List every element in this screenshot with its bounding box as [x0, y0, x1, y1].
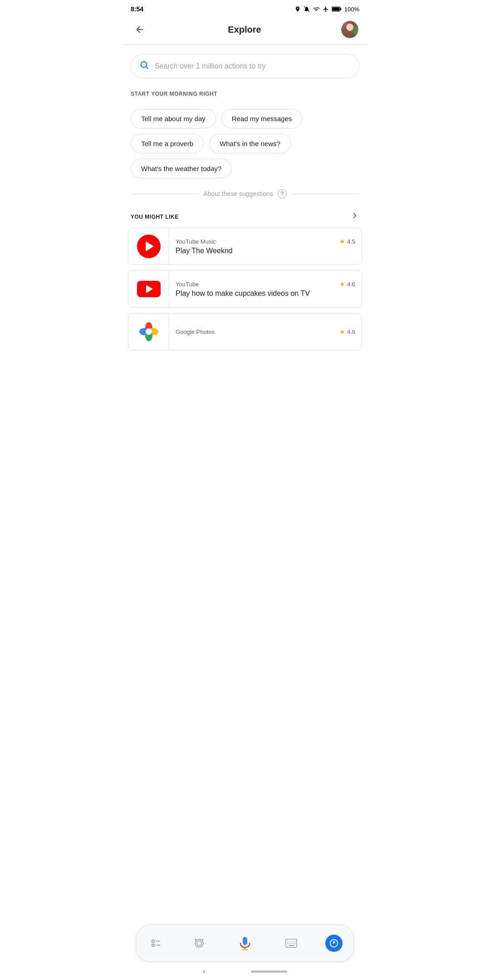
card-google-photos[interactable]: Google Photos ★ 4.6 [128, 313, 362, 350]
star-icon-2: ★ [339, 280, 345, 288]
card-youtube-music-row: YouTube Music ★ 4.5 [176, 238, 355, 245]
youtube-music-rating: ★ 4.5 [339, 238, 355, 245]
card-google-photos-row: Google Photos ★ 4.6 [176, 328, 355, 335]
google-photos-rating-value: 4.6 [347, 328, 355, 335]
google-photos-icon-wrap [128, 314, 169, 350]
back-button[interactable] [132, 21, 148, 38]
card-youtube-music-content: YouTube Music ★ 4.5 Play The Weeknd [169, 232, 362, 260]
youtube-music-action: Play The Weeknd [176, 247, 355, 255]
morning-section: START YOUR MORNING RIGHT [122, 83, 368, 109]
card-youtube[interactable]: YouTube ★ 4.6 Play how to make cupcakes … [128, 270, 362, 308]
star-icon: ★ [339, 238, 345, 245]
youtube-rating-value: 4.6 [347, 281, 355, 288]
status-time: 8:54 [131, 5, 143, 13]
svg-line-7 [146, 67, 148, 69]
youtube-rating: ★ 4.6 [339, 280, 355, 288]
google-photos-rating: ★ 4.6 [339, 328, 355, 335]
google-photos-app-name: Google Photos [176, 328, 215, 335]
star-icon-3: ★ [339, 328, 345, 335]
youtube-music-rating-value: 4.5 [347, 238, 355, 245]
status-icons: 100% [294, 6, 359, 13]
chip-weather[interactable]: What's the weather today? [131, 159, 232, 178]
status-bar: 8:54 100% [122, 0, 368, 16]
help-icon[interactable]: ? [278, 189, 287, 198]
chip-tell-proverb[interactable]: Tell me a proverb [131, 134, 204, 153]
svg-point-5 [344, 32, 355, 38]
search-container: Search over 1 million actions to try [122, 45, 368, 83]
you-might-like-header: YOU MIGHT LIKE [122, 206, 368, 228]
svg-point-4 [346, 24, 353, 31]
divider-right [291, 194, 359, 194]
youtube-music-icon [137, 235, 161, 258]
youtube-icon-wrap [128, 271, 169, 307]
wifi-icon [313, 6, 320, 12]
play-triangle [146, 241, 154, 251]
card-youtube-row: YouTube ★ 4.6 [176, 280, 355, 288]
app-header: Explore [122, 16, 368, 45]
card-youtube-music[interactable]: YouTube Music ★ 4.5 Play The Weeknd [128, 228, 362, 265]
battery-icon [332, 6, 342, 12]
svg-rect-3 [340, 8, 341, 10]
bell-mute-icon [304, 6, 310, 12]
youtube-app-name: YouTube [176, 281, 199, 288]
airplane-icon [323, 6, 329, 12]
battery-percent: 100% [344, 6, 359, 13]
user-avatar[interactable] [341, 21, 358, 38]
google-photos-icon [137, 320, 161, 343]
youtube-icon [137, 281, 161, 297]
search-placeholder: Search over 1 million actions to try [155, 62, 266, 70]
svg-point-12 [146, 328, 152, 335]
divider-left [131, 194, 199, 194]
suggestions-text: About these suggestions [203, 190, 273, 197]
search-icon [139, 60, 149, 72]
search-bar[interactable]: Search over 1 million actions to try [131, 54, 359, 78]
suggestions-footer: About these suggestions ? [131, 189, 359, 198]
chip-read-messages[interactable]: Read my messages [221, 109, 303, 128]
chip-tell-me-about-day[interactable]: Tell me about my day [131, 109, 216, 128]
location-icon [294, 6, 301, 12]
chips-container: Tell me about my day Read my messages Te… [122, 109, 368, 178]
you-might-like-more[interactable] [350, 211, 359, 222]
yt-play-triangle [146, 285, 153, 293]
youtube-action: Play how to make cupcakes videos on TV [176, 289, 355, 298]
youtube-music-app-name: YouTube Music [176, 238, 216, 245]
chip-news[interactable]: What's in the news? [209, 134, 291, 153]
morning-section-title: START YOUR MORNING RIGHT [131, 91, 359, 97]
card-youtube-content: YouTube ★ 4.6 Play how to make cupcakes … [169, 275, 362, 303]
svg-rect-2 [332, 8, 339, 11]
page-title: Explore [228, 24, 261, 35]
card-google-photos-content: Google Photos ★ 4.6 [169, 323, 362, 341]
you-might-like-title: YOU MIGHT LIKE [131, 214, 179, 220]
youtube-music-icon-wrap [128, 228, 169, 265]
